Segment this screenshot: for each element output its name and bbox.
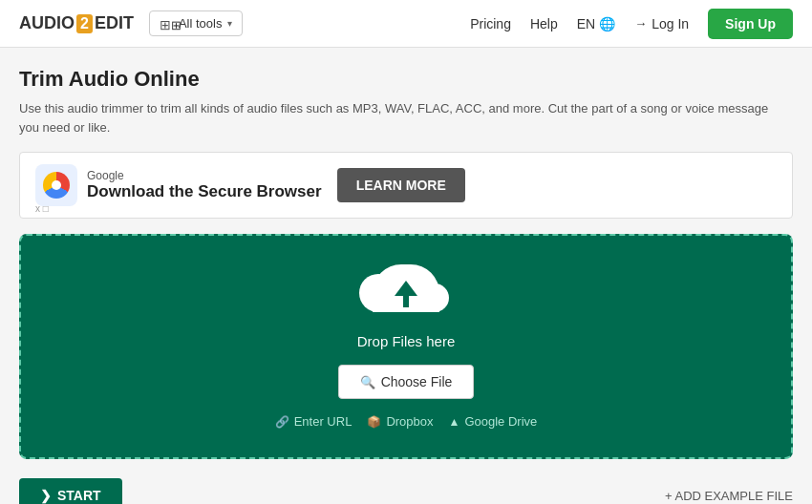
page-title: Trim Audio Online (19, 67, 793, 92)
ad-brand: Google (87, 169, 322, 182)
google-drive-label: Google Drive (464, 414, 537, 429)
ad-headline: Download the Secure Browser (87, 182, 322, 201)
pricing-link[interactable]: Pricing (470, 16, 511, 32)
grid-icon: ⊞ (160, 17, 173, 31)
logo-edit-text: EDIT (95, 13, 134, 33)
ad-logo-image (35, 164, 77, 206)
google-drive-link[interactable]: ▲ Google Drive (449, 414, 538, 429)
start-label: START (57, 488, 101, 503)
globe-icon: 🌐 (599, 16, 615, 32)
start-button[interactable]: ❯ START (19, 478, 122, 504)
header-right: Pricing Help EN 🌐 → Log In Sign Up (470, 9, 793, 39)
enter-url-link[interactable]: 🔗 Enter URL (275, 414, 353, 429)
drop-links: 🔗 Enter URL 📦 Dropbox ▲ Google Drive (275, 414, 538, 429)
all-tools-label: All tools (179, 16, 223, 31)
arrow-stem (403, 294, 409, 307)
signup-button[interactable]: Sign Up (708, 9, 793, 39)
enter-url-label: Enter URL (294, 414, 353, 429)
cloud-shape (373, 264, 439, 312)
choose-file-label: Choose File (381, 374, 453, 389)
logo-audio: AUDIO (19, 13, 75, 33)
language-selector[interactable]: EN 🌐 (577, 16, 615, 32)
ad-logo-area: Google Download the Secure Browser (35, 164, 322, 206)
dropbox-icon: 📦 (367, 415, 381, 429)
bottom-bar: ❯ START + ADD EXAMPLE FILE (19, 474, 793, 504)
header: AUDIO2EDIT ⊞ All tools ▾ Pricing Help EN… (0, 0, 812, 48)
ad-banner: Google Download the Secure Browser LEARN… (19, 152, 793, 219)
dropbox-label: Dropbox (386, 414, 433, 429)
header-left: AUDIO2EDIT ⊞ All tools ▾ (19, 10, 243, 36)
lang-label: EN (577, 16, 595, 32)
help-link[interactable]: Help (530, 16, 558, 32)
chevron-right-icon: ❯ (40, 488, 52, 503)
login-label: Log In (652, 16, 689, 32)
logo-2: 2 (76, 14, 93, 33)
main-content: Trim Audio Online Use this audio trimmer… (0, 48, 812, 504)
logo[interactable]: AUDIO2EDIT (19, 13, 134, 33)
chrome-icon (43, 172, 70, 199)
google-drive-icon: ▲ (449, 415, 460, 429)
link-icon: 🔗 (275, 415, 289, 429)
chrome-center (52, 180, 61, 190)
all-tools-button[interactable]: ⊞ All tools ▾ (149, 10, 244, 36)
file-search-icon: 🔍 (360, 375, 375, 389)
ad-text: Google Download the Secure Browser (87, 169, 322, 201)
page-description: Use this audio trimmer to trim all kinds… (19, 99, 774, 136)
upload-cloud-icon (373, 264, 439, 322)
file-drop-zone[interactable]: Drop Files here 🔍 Choose File 🔗 Enter UR… (19, 234, 793, 459)
ad-close-label: x □ (35, 203, 49, 214)
ad-learn-more-button[interactable]: LEARN MORE (337, 168, 465, 202)
dropbox-link[interactable]: 📦 Dropbox (367, 414, 433, 429)
choose-file-button[interactable]: 🔍 Choose File (338, 365, 475, 399)
add-example-file-link[interactable]: + ADD EXAMPLE FILE (665, 489, 793, 503)
login-arrow-icon: → (634, 16, 647, 31)
chevron-down-icon: ▾ (227, 18, 232, 29)
drop-files-text: Drop Files here (357, 333, 456, 349)
login-button[interactable]: → Log In (634, 16, 689, 32)
